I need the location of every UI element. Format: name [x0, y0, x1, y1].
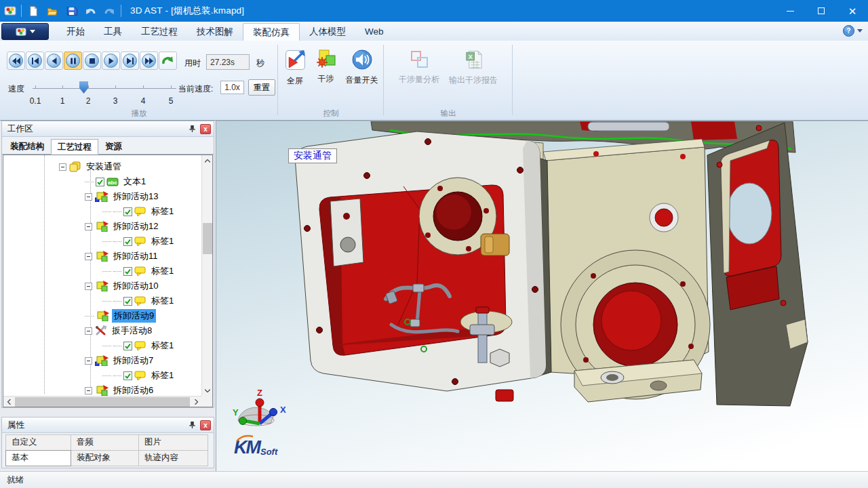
tree-item[interactable]: 标签1 — [3, 338, 201, 353]
tree-item-label[interactable]: 扳手活动8 — [110, 324, 154, 338]
open-file-button[interactable] — [44, 3, 60, 19]
speed-slider-thumb[interactable] — [79, 81, 88, 94]
checkbox[interactable] — [123, 267, 132, 276]
close-button[interactable]: ✕ — [837, 0, 868, 22]
tree-item-label[interactable]: 安装通管 — [84, 160, 123, 174]
tree-expander[interactable] — [85, 327, 92, 335]
tree-item[interactable]: 扳手活动8 — [3, 323, 201, 338]
tree-item-label[interactable]: 文本1 — [121, 175, 148, 188]
tree-item[interactable]: 安装通管 — [3, 159, 201, 174]
application-menu-button[interactable] — [1, 23, 49, 40]
tree-item-label[interactable]: 标签1 — [149, 264, 176, 278]
vertical-scrollbar[interactable] — [201, 155, 212, 396]
tree-expander[interactable] — [85, 253, 92, 260]
tree-item[interactable]: 标签1 — [3, 293, 201, 308]
step-back-button[interactable] — [26, 52, 44, 70]
close-panel-button[interactable]: x — [200, 124, 211, 134]
ribbon-tab-5[interactable]: 装配仿真 — [243, 23, 300, 41]
properties-tab-3[interactable]: 图片 — [138, 434, 208, 451]
tree-item-label[interactable]: 标签1 — [149, 294, 176, 308]
properties-tab-2[interactable]: 音频 — [71, 434, 139, 451]
tree-item[interactable]: 拆卸活动9 — [3, 308, 201, 323]
tree-item-label[interactable]: 标签1 — [149, 205, 176, 218]
tree-item[interactable]: 拆卸活动13 — [3, 189, 201, 204]
scrollbar-thumb[interactable] — [203, 223, 212, 254]
analysis-button[interactable]: 干涉量分析 — [397, 47, 441, 87]
scroll-up-arrow[interactable] — [202, 155, 213, 166]
ribbon-tab-2[interactable]: 工具 — [94, 23, 132, 41]
jump-to-start-button[interactable] — [7, 52, 25, 70]
tree-expander[interactable] — [85, 387, 92, 394]
tree-item[interactable]: 标签1 — [3, 234, 201, 249]
tree-item-label[interactable]: 拆卸活动7 — [111, 354, 155, 367]
undo-button[interactable] — [82, 3, 98, 19]
fullscreen-button[interactable]: 全屏 — [282, 47, 309, 88]
checkbox[interactable] — [123, 207, 132, 216]
report-button[interactable]: X输出干涉报告 — [447, 47, 500, 87]
help-button[interactable]: ? — [842, 24, 863, 37]
horizontal-scrollbar[interactable] — [3, 396, 201, 407]
tree-item-label[interactable]: 标签1 — [149, 235, 176, 248]
jump-to-end-button[interactable] — [140, 52, 158, 70]
ribbon-tab-1[interactable]: 开始 — [57, 23, 94, 41]
pin-button[interactable] — [186, 123, 198, 135]
tree-item[interactable]: 拆卸活动11 — [3, 249, 201, 264]
tree-expander[interactable] — [59, 163, 66, 171]
minimize-button[interactable] — [774, 0, 806, 22]
new-document-button[interactable] — [25, 3, 41, 19]
tree-item-label[interactable]: 拆卸活动10 — [111, 279, 160, 293]
ribbon-tab-3[interactable]: 工艺过程 — [132, 23, 187, 41]
workspace-tab-3[interactable]: 资源 — [98, 138, 129, 154]
current-speed-field[interactable]: 1.0x — [220, 81, 244, 94]
tree-item-label[interactable]: 标签1 — [149, 369, 176, 382]
workspace-tab-2[interactable]: 工艺过程 — [51, 139, 98, 155]
play-backward-button[interactable] — [45, 52, 63, 70]
tree-item[interactable]: 拆卸活动7 — [3, 353, 201, 368]
properties-tab-6[interactable]: 轨迹内容 — [138, 450, 208, 466]
tree-item-label[interactable]: 拆卸活动13 — [111, 190, 160, 203]
checkbox[interactable] — [123, 371, 132, 380]
properties-tab-5[interactable]: 装配对象 — [71, 450, 139, 466]
elapsed-time-field[interactable]: 27.23s — [206, 54, 250, 70]
tree-expander[interactable] — [85, 357, 92, 365]
checkbox[interactable] — [123, 342, 132, 350]
scroll-left-arrow[interactable] — [3, 396, 14, 407]
redo-button[interactable] — [101, 3, 117, 19]
checkbox[interactable] — [96, 178, 104, 186]
tree-item-label[interactable]: 拆卸活动12 — [111, 220, 160, 233]
speed-slider-track[interactable] — [33, 88, 176, 89]
tree-item-label[interactable]: 拆卸活动11 — [111, 249, 160, 263]
volume-button[interactable]: 音量开关 — [344, 47, 380, 88]
scrollbar-thumb[interactable] — [15, 397, 190, 407]
scroll-down-arrow[interactable] — [202, 385, 213, 396]
tree-item[interactable]: abc文本1 — [3, 174, 201, 189]
tree-item-label[interactable]: 拆卸活动6 — [111, 384, 155, 397]
tree-item[interactable]: 拆卸活动10 — [3, 279, 201, 293]
properties-tab-4[interactable]: 基本 — [5, 450, 71, 466]
maximize-button[interactable] — [806, 0, 837, 22]
step-forward-button[interactable] — [121, 52, 139, 70]
pin-button[interactable] — [186, 420, 198, 431]
interference-button[interactable]: 干涉 — [314, 47, 338, 88]
close-panel-button[interactable]: x — [200, 420, 211, 430]
ribbon-tab-4[interactable]: 技术图解 — [187, 23, 243, 41]
ribbon-tab-7[interactable]: Web — [355, 23, 393, 41]
pause-button[interactable] — [64, 52, 82, 70]
tree-item-label[interactable]: 拆卸活动9 — [112, 309, 156, 323]
scroll-right-arrow[interactable] — [191, 396, 201, 407]
stop-button[interactable] — [83, 52, 101, 70]
tree-expander[interactable] — [85, 223, 92, 230]
properties-tab-1[interactable]: 自定义 — [5, 434, 71, 451]
viewport-3d[interactable]: 安装通管 Z X Y KM So — [216, 121, 868, 471]
replay-button[interactable] — [159, 52, 177, 70]
save-button[interactable] — [63, 3, 79, 19]
checkbox[interactable] — [123, 237, 132, 246]
ribbon-tab-6[interactable]: 人体模型 — [300, 23, 355, 41]
checkbox[interactable] — [123, 297, 132, 306]
play-button[interactable] — [102, 52, 120, 70]
tree-item[interactable]: 标签1 — [3, 264, 201, 279]
workspace-tab-1[interactable]: 装配结构 — [3, 138, 51, 154]
reset-button[interactable]: 重置 — [248, 79, 275, 96]
tree-item[interactable]: 拆卸活动12 — [3, 219, 201, 234]
tree-expander[interactable] — [85, 193, 92, 201]
